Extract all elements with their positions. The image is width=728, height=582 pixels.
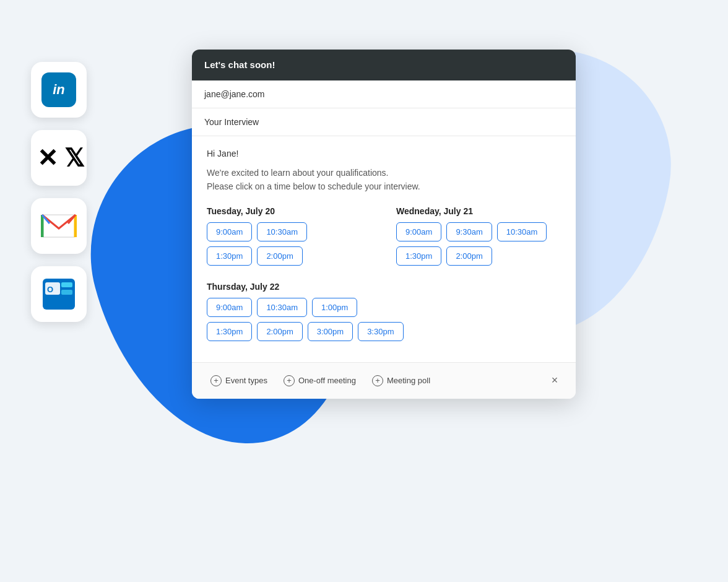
x-icon-letter: 𝕏 <box>64 146 83 170</box>
day-label-thursday: Thursday, July 22 <box>207 282 561 292</box>
day-label-tuesday: Tuesday, July 20 <box>207 206 371 216</box>
email-body-text: We're excited to learn about your qualif… <box>207 166 561 194</box>
linkedin-icon-box[interactable]: in <box>31 62 87 118</box>
meeting-poll-label: Meeting poll <box>387 376 430 385</box>
time-row-tue-2: 1:30pm 2:00pm <box>207 246 371 266</box>
email-header: Let's chat soon! <box>192 50 576 80</box>
time-btn-wed-930am[interactable]: 9:30am <box>446 222 492 241</box>
footer-close-button[interactable]: × <box>546 372 563 389</box>
day-col-wednesday: Wedneday, July 21 9:00am 9:30am 10:30am … <box>396 206 561 271</box>
email-subject-field: Your Interview <box>192 108 576 136</box>
time-row-thu-1: 9:00am 10:30am 1:00pm <box>207 298 561 317</box>
gmail-icon <box>41 212 77 240</box>
outlook-icon-box[interactable]: O <box>31 266 87 322</box>
svg-text:✕: ✕ <box>37 144 58 172</box>
footer-event-types[interactable]: + Event types <box>204 371 274 390</box>
email-modal: Let's chat soon! jane@jane.com Your Inte… <box>192 50 576 399</box>
time-btn-thu-1030am[interactable]: 10:30am <box>257 298 307 317</box>
svg-text:O: O <box>47 285 53 294</box>
time-btn-wed-9am[interactable]: 9:00am <box>396 222 441 241</box>
day-section-thursday: Thursday, July 22 9:00am 10:30am 1:00pm … <box>207 282 561 341</box>
time-btn-tue-2pm[interactable]: 2:00pm <box>257 246 302 266</box>
time-btn-thu-2pm[interactable]: 2:00pm <box>257 322 302 341</box>
days-container-row1: Tuesday, July 20 9:00am 10:30am 1:30pm 2… <box>207 206 561 271</box>
one-off-meeting-plus-icon: + <box>284 375 295 386</box>
gmail-icon-box[interactable] <box>31 198 87 254</box>
social-icons-column: in ✕ 𝕏 O <box>31 62 87 322</box>
day-label-wednesday: Wedneday, July 21 <box>396 206 561 216</box>
time-btn-thu-330pm[interactable]: 3:30pm <box>358 322 403 341</box>
email-header-title: Let's chat soon! <box>204 59 275 70</box>
footer-meeting-poll[interactable]: + Meeting poll <box>366 371 436 390</box>
time-btn-wed-130pm[interactable]: 1:30pm <box>396 246 441 266</box>
time-btn-tue-1030am[interactable]: 10:30am <box>257 222 307 241</box>
email-body-line2: Please click on a time below to schedule… <box>207 181 420 191</box>
footer-one-off-meeting[interactable]: + One-off meeting <box>277 371 362 390</box>
time-btn-thu-130pm[interactable]: 1:30pm <box>207 322 252 341</box>
time-btn-thu-9am[interactable]: 9:00am <box>207 298 252 317</box>
svg-rect-7 <box>61 290 72 295</box>
svg-rect-6 <box>61 282 72 287</box>
email-body-line1: We're excited to learn about your qualif… <box>207 168 388 178</box>
outlook-icon: O <box>40 276 77 312</box>
time-btn-tue-9am[interactable]: 9:00am <box>207 222 252 241</box>
email-body: Hi Jane! We're excited to learn about yo… <box>192 136 576 362</box>
time-row-wed-1: 9:00am 9:30am 10:30am <box>396 222 561 241</box>
x-twitter-icon-box[interactable]: ✕ 𝕏 <box>31 130 87 186</box>
day-col-tuesday: Tuesday, July 20 9:00am 10:30am 1:30pm 2… <box>207 206 371 271</box>
meeting-poll-plus-icon: + <box>372 375 383 386</box>
time-btn-tue-130pm[interactable]: 1:30pm <box>207 246 252 266</box>
email-footer: + Event types + One-off meeting + Meetin… <box>192 362 576 399</box>
linkedin-icon: in <box>41 72 76 107</box>
x-twitter-icon: ✕ <box>35 143 64 173</box>
one-off-meeting-label: One-off meeting <box>298 376 356 385</box>
email-to-value: jane@jane.com <box>204 89 265 99</box>
time-btn-thu-3pm[interactable]: 3:00pm <box>308 322 353 341</box>
event-types-label: Event types <box>225 376 267 385</box>
email-subject-value: Your Interview <box>204 117 259 127</box>
event-types-plus-icon: + <box>210 375 222 386</box>
email-to-field: jane@jane.com <box>192 80 576 108</box>
email-greeting: Hi Jane! <box>207 149 561 159</box>
time-btn-wed-1030am[interactable]: 10:30am <box>497 222 547 241</box>
time-row-thu-2: 1:30pm 2:00pm 3:00pm 3:30pm <box>207 322 561 341</box>
time-row-wed-2: 1:30pm 2:00pm <box>396 246 561 266</box>
time-btn-thu-1pm[interactable]: 1:00pm <box>312 298 357 317</box>
time-row-tue-1: 9:00am 10:30am <box>207 222 371 241</box>
time-btn-wed-2pm[interactable]: 2:00pm <box>446 246 492 266</box>
